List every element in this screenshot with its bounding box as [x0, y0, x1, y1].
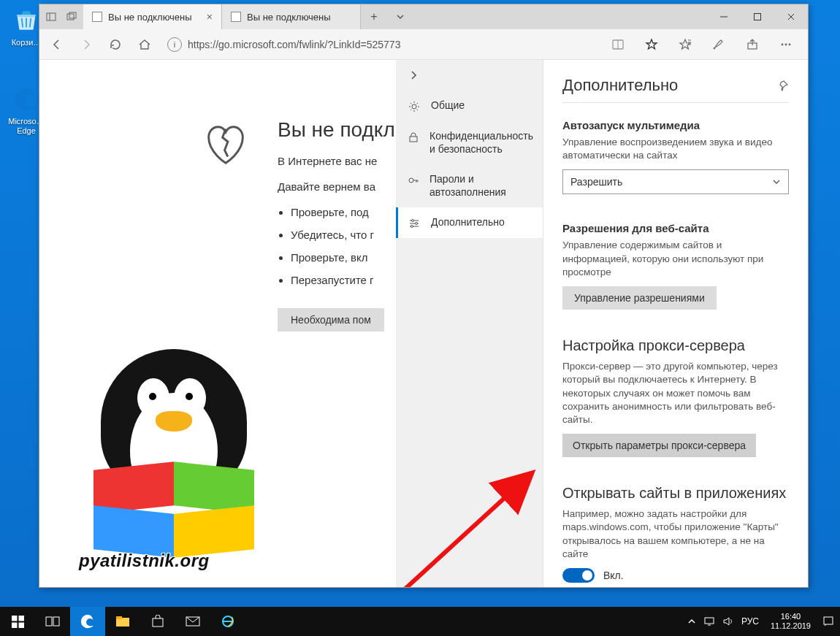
tray-clock[interactable]: 16:40 11.12.2019 [766, 612, 815, 630]
advanced-panel-title: Дополнительно [562, 76, 678, 95]
forward-button[interactable] [76, 34, 96, 55]
window-minimize-button[interactable] [707, 4, 741, 29]
key-icon [408, 175, 419, 186]
home-button[interactable] [134, 34, 155, 55]
section-proxy: Настройка прокси-сервера Прокси-сервер —… [562, 337, 789, 457]
tab-title: Вы не подключены [247, 12, 331, 23]
favorites-list-icon[interactable] [675, 34, 695, 55]
taskbar-app-ie[interactable] [210, 607, 245, 636]
start-button[interactable] [0, 607, 35, 636]
taskbar-app-store[interactable] [140, 607, 175, 636]
share-icon[interactable] [742, 34, 763, 55]
address-bar[interactable]: i https://go.microsoft.com/fwlink/?LinkI… [164, 35, 599, 54]
url-text: https://go.microsoft.com/fwlink/?LinkId=… [188, 39, 400, 50]
desktop: Корзи… Microso… Edge Вы не подключены × [0, 0, 840, 636]
svg-point-23 [411, 226, 413, 228]
error-subtitle: В Интернете вас не [278, 155, 395, 167]
toggle-label: Вкл. [603, 570, 624, 581]
settings-back-icon[interactable] [408, 69, 419, 81]
edge-app-icon [12, 85, 41, 114]
tray-date: 11.12.2019 [771, 621, 811, 631]
tray-language[interactable]: РУС [741, 616, 759, 627]
task-view-button[interactable] [35, 607, 70, 636]
new-tab-button[interactable]: + [361, 4, 387, 29]
svg-rect-5 [755, 14, 761, 20]
section-description: Например, можно задать настройки для map… [562, 507, 789, 561]
error-title: Вы не подкл [278, 118, 395, 142]
tab-chevron-icon[interactable] [387, 4, 413, 29]
tray-network-icon[interactable] [703, 616, 715, 627]
settings-item-passwords[interactable]: Пароли и автозаполнения [396, 164, 543, 207]
open-proxy-settings-button[interactable]: Открыть параметры прокси-сервера [562, 434, 756, 457]
svg-rect-32 [116, 616, 122, 619]
svg-point-15 [412, 104, 416, 109]
svg-rect-30 [53, 617, 59, 626]
settings-item-label: Пароли и автозаполнения [429, 173, 532, 199]
broken-heart-icon [200, 118, 251, 169]
show-tabs-icon[interactable] [63, 8, 80, 26]
favorite-star-icon[interactable] [641, 34, 662, 55]
error-bullet: Убедитесь, что г [291, 229, 395, 241]
taskbar-app-edge[interactable] [70, 607, 105, 636]
watermark: pyatilistnik.org [50, 349, 291, 575]
help-button[interactable]: Необходима пом [278, 308, 384, 332]
chevron-down-icon [772, 177, 781, 186]
settings-item-general[interactable]: Общие [396, 91, 543, 121]
settings-item-privacy[interactable]: Конфиденциальность и безопасность [396, 121, 543, 164]
taskbar-app-explorer[interactable] [105, 607, 140, 636]
toolbar: i https://go.microsoft.com/fwlink/?LinkI… [39, 29, 808, 60]
sliders-icon [408, 218, 421, 229]
svg-rect-38 [824, 617, 833, 624]
tray-volume-icon[interactable] [722, 616, 734, 627]
refresh-button[interactable] [105, 34, 126, 55]
section-description: Управление содержимым сайтов и информаци… [562, 239, 789, 279]
dropdown-value: Разрешить [570, 176, 622, 188]
autoplay-dropdown[interactable]: Разрешить [562, 169, 789, 194]
tabs-aside-icon[interactable] [42, 8, 60, 26]
settings-item-label: Общие [431, 99, 465, 112]
error-bullet: Перезапустите г [291, 274, 395, 286]
more-menu-icon[interactable] [776, 34, 796, 55]
section-open-apps: Открывать сайты в приложениях Например, … [562, 485, 789, 583]
error-lead: Давайте вернем ва [278, 180, 395, 193]
back-button[interactable] [47, 34, 67, 55]
svg-point-14 [789, 43, 791, 45]
settings-item-label: Дополнительно [431, 216, 505, 229]
svg-rect-28 [18, 622, 23, 627]
settings-item-advanced[interactable]: Дополнительно [396, 207, 543, 238]
advanced-panel: Дополнительно Автозапуск мультимедиа Упр… [543, 60, 808, 587]
error-bullet-list: Проверьте, под Убедитесь, что г Проверьт… [291, 206, 395, 286]
svg-rect-27 [12, 622, 17, 627]
manage-permissions-button[interactable]: Управление разрешениями [562, 286, 717, 310]
taskbar: РУС 16:40 11.12.2019 [0, 607, 840, 636]
tray-notifications-icon[interactable] [822, 616, 834, 627]
tab-title: Вы не подключены [108, 12, 192, 23]
gear-icon [408, 101, 421, 112]
section-heading: Открывать сайты в приложениях [562, 485, 789, 502]
tab-1[interactable]: Вы не подключены × [83, 4, 222, 29]
notes-pen-icon[interactable] [709, 34, 729, 55]
window-close-button[interactable] [774, 4, 808, 29]
window-maximize-button[interactable] [741, 4, 774, 29]
svg-rect-26 [18, 616, 23, 621]
taskbar-app-mail[interactable] [175, 607, 210, 636]
tray-up-icon[interactable] [687, 617, 696, 626]
page: Вы не подкл В Интернете вас не Давайте в… [39, 60, 808, 587]
reading-view-icon[interactable] [608, 34, 628, 55]
tab-favicon [231, 12, 241, 22]
error-bullet: Проверьте, под [291, 206, 395, 218]
pin-icon[interactable] [777, 80, 789, 91]
titlebar: Вы не подключены × Вы не подключены + [39, 4, 808, 29]
site-info-icon[interactable]: i [167, 37, 182, 52]
tab-2[interactable]: Вы не подключены [222, 4, 361, 29]
section-heading: Настройка прокси-сервера [562, 337, 789, 354]
tray-time: 16:40 [771, 612, 811, 621]
error-bullet: Проверьте, вкл [291, 251, 395, 264]
svg-rect-3 [69, 12, 76, 18]
settings-nav: Общие Конфиденциальность и безопасность … [396, 60, 543, 587]
open-apps-toggle[interactable] [562, 568, 595, 583]
edge-window: Вы не подключены × Вы не подключены + [39, 4, 809, 588]
tab-close-icon[interactable]: × [207, 11, 213, 23]
svg-point-12 [782, 43, 784, 45]
section-description: Прокси-сервер — это другой компьютер, че… [562, 360, 789, 426]
